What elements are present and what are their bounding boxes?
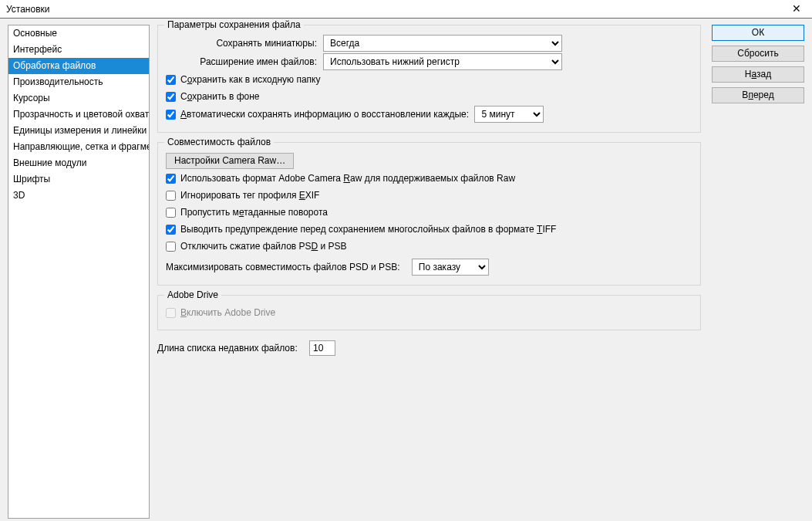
row-autosave: Автоматически сохранять информацию о вос… — [164, 106, 694, 123]
label-recent-files: Длина списка недавних файлов: — [157, 343, 298, 354]
sidebar-item-fonts[interactable]: Шрифты — [8, 171, 149, 188]
checkbox-save-background[interactable] — [166, 92, 176, 102]
label-skip-rotate[interactable]: Пропустить метаданные поворота — [180, 207, 328, 218]
row-ignore-exif: Игнорировать тег профиля EXIF — [164, 188, 694, 203]
label-tiff-warning[interactable]: Выводить предупреждение перед сохранение… — [180, 224, 556, 235]
label-thumbnails: Сохранять миниатюры: — [164, 38, 318, 49]
checkbox-use-camera-raw[interactable] — [166, 174, 176, 184]
dialog-body: Основные Интерфейс Обработка файлов Прои… — [0, 19, 812, 521]
row-tiff-warning: Выводить предупреждение перед сохранение… — [164, 222, 694, 237]
main-panel: Параметры сохранения файла Сохранять мин… — [157, 25, 704, 515]
checkbox-enable-drive — [166, 308, 176, 318]
checkbox-disable-psd-psb-compression[interactable] — [166, 242, 176, 252]
sidebar-item-3d[interactable]: 3D — [8, 188, 149, 204]
legend-save-options: Параметры сохранения файла — [164, 19, 304, 30]
row-thumbnails: Сохранять миниатюры: Всегда — [164, 35, 694, 52]
label-maximize-compat: Максимизировать совместимость файлов PSD… — [166, 262, 399, 272]
sidebar-item-guides[interactable]: Направляющие, сетка и фрагменты — [8, 139, 149, 155]
checkbox-skip-rotate[interactable] — [166, 208, 176, 218]
dialog-buttons: ОК Сбросить Назад Вперед — [712, 25, 804, 515]
legend-compatibility: Совместимость файлов — [164, 137, 274, 147]
checkbox-autosave[interactable] — [166, 110, 176, 120]
fieldset-compatibility: Совместимость файлов Настройки Camera Ra… — [157, 142, 701, 286]
select-extension[interactable]: Использовать нижний регистр — [323, 53, 562, 70]
sidebar-item-general[interactable]: Основные — [8, 25, 149, 42]
row-save-original-folder: Сохранить как в исходную папку — [164, 72, 694, 87]
label-enable-drive: Включить Adobe Drive — [180, 307, 275, 318]
label-autosave[interactable]: Автоматически сохранять информацию о вос… — [180, 109, 469, 120]
row-recent-files: Длина списка недавних файлов: — [157, 340, 701, 357]
row-camera-raw-btn: Настройки Camera Raw… — [164, 152, 694, 169]
sidebar-item-units[interactable]: Единицы измерения и линейки — [8, 123, 149, 139]
label-extension: Расширение имен файлов: — [164, 56, 318, 67]
ok-button[interactable]: ОК — [712, 25, 804, 41]
reset-button[interactable]: Сбросить — [712, 46, 804, 62]
label-save-background[interactable]: Сохранить в фоне — [180, 91, 260, 102]
forward-button[interactable]: Вперед — [712, 87, 804, 103]
sidebar-item-cursors[interactable]: Курсоры — [8, 90, 149, 107]
window-title: Установки — [6, 4, 786, 15]
sidebar-item-plugins[interactable]: Внешние модули — [8, 155, 149, 171]
label-disable-psd-psb-compression[interactable]: Отключить сжатие файлов PSD и PSB — [180, 241, 347, 252]
label-save-original-folder[interactable]: Сохранить как в исходную папку — [180, 74, 320, 85]
select-thumbnails[interactable]: Всегда — [323, 35, 562, 52]
fieldset-adobe-drive: Adobe Drive Включить Adobe Drive — [157, 295, 701, 330]
row-save-background: Сохранить в фоне — [164, 89, 694, 104]
select-autosave-interval[interactable]: 5 минут — [474, 106, 544, 123]
camera-raw-prefs-button[interactable]: Настройки Camera Raw… — [166, 153, 294, 169]
row-enable-drive: Включить Adobe Drive — [164, 305, 694, 320]
row-skip-rotate: Пропустить метаданные поворота — [164, 205, 694, 220]
checkbox-ignore-exif[interactable] — [166, 191, 176, 201]
sidebar-item-transparency[interactable]: Прозрачность и цветовой охват — [8, 107, 149, 123]
row-disable-psd-psb-compression: Отключить сжатие файлов PSD и PSB — [164, 239, 694, 254]
label-ignore-exif[interactable]: Игнорировать тег профиля EXIF — [180, 190, 319, 201]
legend-adobe-drive: Adobe Drive — [164, 289, 221, 300]
checkbox-tiff-warning[interactable] — [166, 225, 176, 235]
fieldset-save-options: Параметры сохранения файла Сохранять мин… — [157, 25, 701, 133]
titlebar: Установки ✕ — [0, 0, 812, 19]
sidebar: Основные Интерфейс Обработка файлов Прои… — [8, 25, 150, 519]
row-maximize-compat: Максимизировать совместимость файлов PSD… — [164, 259, 694, 276]
row-use-camera-raw: Использовать формат Adobe Camera Raw для… — [164, 171, 694, 186]
label-use-camera-raw[interactable]: Использовать формат Adobe Camera Raw для… — [180, 173, 515, 184]
sidebar-item-file-handling[interactable]: Обработка файлов — [8, 58, 149, 74]
close-icon[interactable]: ✕ — [786, 2, 807, 17]
back-button[interactable]: Назад — [712, 66, 804, 83]
checkbox-save-original-folder[interactable] — [166, 75, 176, 85]
select-maximize-compat[interactable]: По заказу — [412, 259, 489, 276]
sidebar-item-interface[interactable]: Интерфейс — [8, 42, 149, 58]
sidebar-item-performance[interactable]: Производительность — [8, 74, 149, 90]
input-recent-files[interactable] — [309, 340, 335, 356]
row-extension: Расширение имен файлов: Использовать ниж… — [164, 53, 694, 70]
